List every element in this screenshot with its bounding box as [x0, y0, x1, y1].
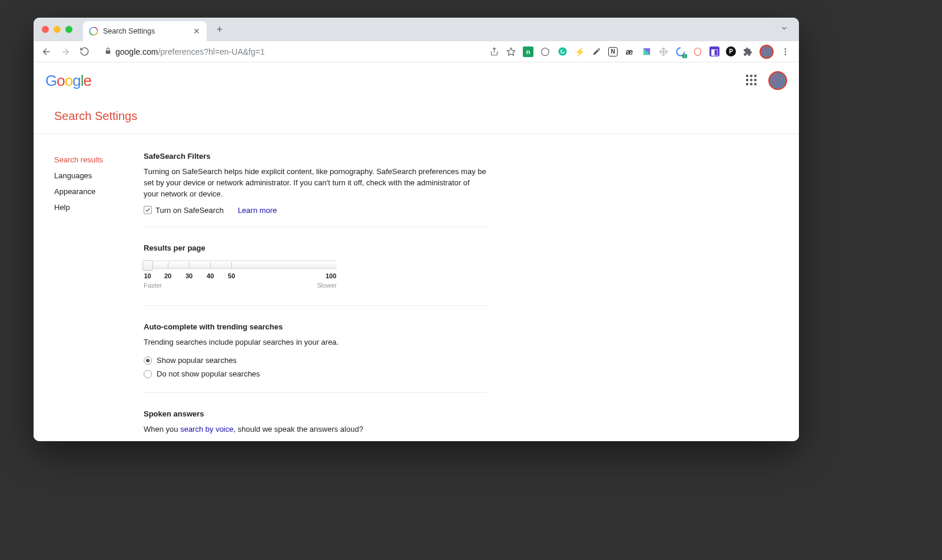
- lock-icon: [104, 47, 112, 56]
- section-results-per-page: Results per page 10 20 30: [144, 244, 486, 306]
- safesearch-checkbox-label: Turn on SafeSearch: [155, 206, 224, 215]
- radio-label: Do not show popular searches: [157, 369, 260, 378]
- svg-rect-3: [106, 50, 111, 53]
- bolt-icon[interactable]: ⚡: [574, 46, 585, 57]
- url-text: google.com/preferences?hl=en-UA&fg=1: [115, 47, 265, 56]
- tab-strip: Search Settings ✕ +: [34, 18, 799, 41]
- forward-button[interactable]: [57, 44, 74, 60]
- google-header: Google: [34, 62, 799, 99]
- radio-label: Show popular searches: [157, 356, 237, 365]
- slider-caption-faster: Faster: [144, 282, 162, 289]
- spoken-title: Spoken answers: [144, 409, 486, 418]
- extension-icon[interactable]: n: [523, 46, 533, 57]
- svg-point-6: [558, 47, 566, 55]
- search-by-voice-link[interactable]: search by voice: [180, 425, 233, 434]
- settings-title-bar: Search Settings: [34, 99, 799, 134]
- nav-languages[interactable]: Languages: [54, 168, 144, 184]
- pencil-icon[interactable]: [591, 46, 602, 57]
- autocomplete-title: Auto-complete with trending searches: [144, 322, 486, 331]
- autocomplete-description: Trending searches include popular search…: [144, 337, 486, 348]
- profile-avatar[interactable]: [759, 45, 774, 59]
- svg-point-14: [785, 54, 787, 55]
- results-per-page-title: Results per page: [144, 244, 486, 252]
- radio-show-popular[interactable]: [144, 356, 152, 365]
- nav-search-results[interactable]: Search results: [54, 152, 144, 168]
- safesearch-title: SafeSearch Filters: [144, 152, 486, 161]
- back-button[interactable]: [38, 44, 55, 60]
- browser-window: Search Settings ✕ + google.com/preferenc…: [34, 18, 799, 441]
- minimize-window-button[interactable]: [54, 26, 61, 33]
- extensions-puzzle-icon[interactable]: [742, 46, 753, 57]
- share-icon[interactable]: [489, 46, 499, 57]
- diamond-icon[interactable]: [658, 46, 669, 57]
- account-avatar[interactable]: [768, 71, 787, 90]
- settings-nav: Search results Languages Appearance Help: [54, 152, 144, 441]
- safesearch-learn-more-link[interactable]: Learn more: [238, 206, 277, 215]
- svg-point-13: [785, 51, 787, 52]
- tab-title: Search Settings: [103, 27, 188, 35]
- browser-tab[interactable]: Search Settings ✕: [83, 21, 207, 41]
- slider-tick-label: 50: [228, 272, 235, 279]
- close-window-button[interactable]: [42, 26, 49, 33]
- radio-hide-popular[interactable]: [144, 370, 152, 378]
- toolbar-actions: n ⚡ N æ 1 ◧ P: [489, 45, 794, 59]
- settings-body: Search results Languages Appearance Help…: [34, 134, 799, 441]
- apps-grid-icon[interactable]: [746, 75, 758, 86]
- extension-icon-4[interactable]: ◧: [709, 46, 719, 56]
- reload-button[interactable]: [76, 44, 92, 60]
- shield-icon[interactable]: [692, 46, 703, 57]
- google-logo[interactable]: Google: [45, 72, 91, 90]
- section-safesearch: SafeSearch Filters Turning on SafeSearch…: [144, 152, 486, 227]
- slider-tick-label: 100: [326, 272, 336, 279]
- ae-icon[interactable]: æ: [624, 46, 635, 57]
- slider-tick-label: 40: [207, 272, 214, 279]
- slider-tick-label: 20: [164, 272, 171, 279]
- page-title: Search Settings: [54, 109, 799, 123]
- star-icon[interactable]: [506, 46, 516, 57]
- nav-help[interactable]: Help: [54, 199, 144, 215]
- svg-marker-5: [507, 48, 515, 55]
- extension-icon-5[interactable]: P: [726, 46, 736, 56]
- grammarly-icon[interactable]: [557, 46, 568, 57]
- notion-icon[interactable]: N: [608, 47, 618, 56]
- section-spoken-answers: Spoken answers When you search by voice,…: [144, 409, 486, 441]
- slider-handle[interactable]: [142, 260, 153, 271]
- extension-icon-3[interactable]: 1: [675, 46, 686, 57]
- settings-main: SafeSearch Filters Turning on SafeSearch…: [144, 152, 486, 441]
- address-bar[interactable]: google.com/preferences?hl=en-UA&fg=1: [98, 44, 483, 60]
- pocket-icon[interactable]: [540, 46, 550, 57]
- safesearch-description: Turning on SafeSearch helps hide explici…: [144, 166, 486, 200]
- browser-toolbar: google.com/preferences?hl=en-UA&fg=1 n ⚡…: [34, 41, 799, 62]
- google-favicon: [89, 26, 98, 36]
- spoken-description: When you search by voice, should we spea…: [144, 424, 486, 435]
- slider-caption-slower: Slower: [317, 282, 337, 289]
- slider-tick-label: 30: [185, 272, 193, 279]
- close-tab-icon[interactable]: ✕: [193, 27, 201, 35]
- page-content: Google Search Settings Search results La…: [34, 62, 799, 441]
- safesearch-checkbox[interactable]: [144, 206, 152, 214]
- slider-tick-label: 10: [144, 272, 151, 279]
- kebab-menu-icon[interactable]: [780, 46, 791, 57]
- svg-point-12: [785, 48, 787, 50]
- new-tab-button[interactable]: +: [211, 21, 228, 38]
- extension-icon-2[interactable]: [641, 46, 652, 57]
- nav-appearance[interactable]: Appearance: [54, 184, 144, 199]
- chevron-down-icon[interactable]: [780, 24, 788, 35]
- section-autocomplete: Auto-complete with trending searches Tre…: [144, 322, 486, 394]
- maximize-window-button[interactable]: [65, 26, 72, 33]
- results-slider[interactable]: [144, 261, 337, 269]
- window-controls: [38, 26, 77, 33]
